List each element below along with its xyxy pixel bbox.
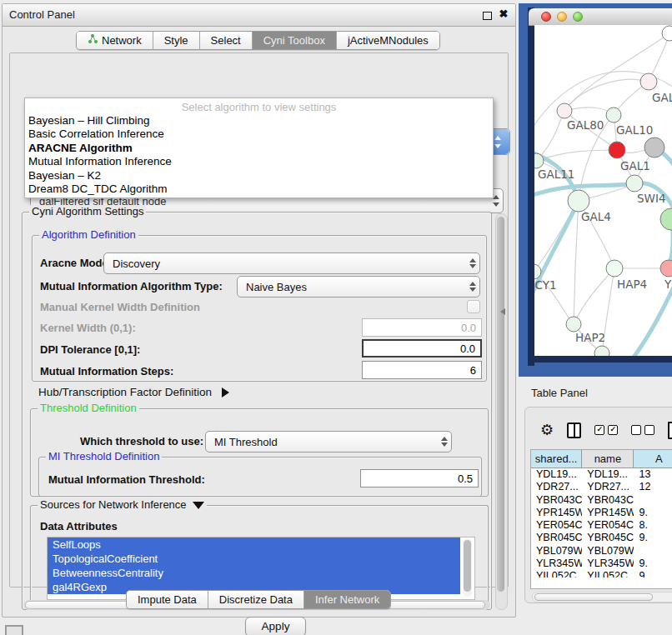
tab-select[interactable]: Select (200, 32, 253, 49)
control-panel-titlebar[interactable]: Control Panel ✖ (3, 4, 515, 27)
page-icon[interactable] (668, 422, 672, 439)
network-node[interactable] (594, 346, 609, 356)
apply-button[interactable]: Apply (245, 617, 306, 635)
network-node-gal10[interactable] (606, 108, 621, 122)
table-cell (634, 494, 672, 507)
close-icon[interactable]: ✖ (499, 9, 509, 19)
network-node-hap2[interactable] (566, 317, 581, 332)
attribute-item[interactable]: SelfLoops (48, 538, 460, 552)
table-panel-title: Table Panel (531, 387, 588, 399)
table-cell: YLR345W (582, 558, 634, 570)
network-node-y[interactable] (660, 260, 672, 277)
node-label: HAP2 (575, 331, 605, 344)
manual-kernel-width-checkbox[interactable] (467, 300, 480, 313)
combo-stepper-icon (466, 277, 479, 297)
attribute-item[interactable]: BetweennessCentrality (48, 566, 460, 580)
network-frame-shadow (528, 8, 534, 366)
network-node[interactable] (644, 138, 664, 158)
table-row[interactable]: YBR045CYBR045C9. (531, 532, 672, 544)
table-row[interactable]: YBL079WYBL079W (531, 545, 672, 558)
table-cell: YPR145W (531, 507, 582, 519)
network-node-gal1[interactable] (609, 142, 625, 158)
algorithm-option[interactable]: Mutual Information Inference (25, 155, 493, 168)
mi-algorithm-type-combo[interactable]: Naive Bayes (237, 276, 480, 298)
which-threshold-combo[interactable]: MI Threshold (205, 431, 452, 452)
network-edge (574, 268, 614, 324)
sources-legend[interactable]: Sources for Network Inference (38, 498, 207, 511)
settings-legend: Cyni Algorithm Settings (29, 205, 146, 218)
network-edge (536, 111, 564, 161)
table-cell: 8. (634, 519, 672, 532)
table-row[interactable]: YER054CYER054C8. (531, 519, 672, 532)
panel-title: Control Panel (9, 8, 75, 21)
network-node-gal80[interactable] (557, 103, 572, 118)
data-attributes-label: Data Attributes (40, 520, 118, 532)
close-traffic-light-icon[interactable] (541, 12, 551, 22)
tab-impute-data[interactable]: Impute Data (127, 591, 208, 608)
algorithm-option[interactable]: Basic Correlation Inference (25, 128, 493, 141)
tab-style[interactable]: Style (153, 32, 200, 49)
tab-network[interactable]: Network (77, 32, 153, 49)
minimized-panel-icon[interactable] (5, 625, 23, 635)
kernel-width-input[interactable] (362, 318, 482, 337)
network-node[interactable] (660, 208, 672, 230)
network-node-swi4[interactable] (626, 175, 643, 192)
mi-steps-input[interactable] (362, 361, 482, 379)
algorithm-option[interactable]: Bayesian – Hill Climbing (25, 114, 493, 128)
table-row[interactable]: YIL052CYIL052C9 (531, 570, 672, 578)
settings-vertical-scrollbar[interactable] (495, 213, 508, 610)
algorithm-definition-legend: Algorithm Definition (39, 228, 138, 241)
network-window-titlebar[interactable] (529, 8, 672, 26)
column-header[interactable]: name (582, 450, 634, 468)
aracne-mode-combo[interactable]: Discovery (103, 252, 480, 274)
network-node[interactable] (662, 26, 672, 41)
node-label: GAL80 (567, 118, 604, 132)
table-cell: YBL079W (531, 545, 582, 558)
zoom-traffic-light-icon[interactable] (573, 12, 583, 22)
table-cell: 9. (634, 507, 672, 519)
table-cell: 13 (634, 468, 672, 481)
minimize-traffic-light-icon[interactable] (557, 12, 567, 22)
deselect-all-icon[interactable] (631, 425, 654, 435)
algorithm-option[interactable]: ARACNE Algorithm (25, 142, 493, 155)
table-cell: YBR045C (531, 532, 582, 544)
splitter-collapse-icon[interactable] (500, 308, 505, 315)
mi-threshold-input[interactable] (360, 469, 479, 488)
network-node-hap4[interactable] (606, 260, 623, 277)
table-row[interactable]: YDR27...YDR27...12 (531, 481, 672, 493)
column-header[interactable]: A (634, 450, 672, 468)
network-node-gal4[interactable] (568, 190, 589, 212)
tab-discretize-data[interactable]: Discretize Data (208, 591, 304, 608)
algorithm-dropdown-popup: Select algorithm to view settings Bayesi… (24, 98, 494, 198)
algorithm-option[interactable]: Bayesian – K2 (25, 169, 493, 182)
tab-jactivemnodules[interactable]: jActiveMNodules (337, 32, 439, 49)
float-window-icon[interactable] (483, 12, 492, 20)
which-threshold-value: MI Threshold (206, 436, 438, 448)
tab-label: Cyni Toolbox (263, 32, 325, 49)
table-row[interactable]: YPR145WYPR145W9. (531, 507, 672, 519)
dpi-tolerance-input[interactable] (362, 339, 482, 358)
hub-definition-toggle[interactable]: Hub/Transcription Factor Definition (38, 386, 229, 398)
attribute-item[interactable]: TopologicalCoefficient (48, 552, 460, 566)
select-all-checked-icon[interactable]: ✓✓ (594, 425, 618, 435)
table-horizontal-scrollbar[interactable] (532, 592, 672, 602)
column-header[interactable]: shared... (531, 450, 582, 468)
table-row[interactable]: YBR043CYBR043C (531, 494, 672, 507)
table-row[interactable]: YDL19...YDL19...13 (531, 468, 672, 481)
table-row[interactable]: YLR345WYLR345W9. (531, 558, 672, 570)
tab-cyni-toolbox[interactable]: Cyni Toolbox (253, 32, 337, 49)
tab-infer-network[interactable]: Infer Network (304, 591, 390, 608)
attributes-scrollbar[interactable] (463, 538, 472, 597)
expand-arrow-icon (222, 388, 229, 398)
table-cell: YIL052C (531, 570, 582, 578)
split-columns-icon[interactable] (567, 422, 581, 438)
algorithm-option[interactable]: Dream8 DC_TDC Algorithm (25, 182, 493, 196)
node-label: GAL4 (581, 210, 611, 223)
gear-icon[interactable]: ⚙ (540, 422, 554, 438)
manual-kernel-width-label: Manual Kernel Width Definition (40, 301, 200, 313)
network-node-gal[interactable] (640, 73, 657, 90)
table-cell: 9 (634, 570, 672, 578)
node-label: GAL (652, 91, 672, 104)
table-cell: YIL052C (582, 570, 634, 578)
network-canvas[interactable]: GALGAL80GAL10GAL1GAL11SWI4GAL4HAP4YGCY1H… (534, 25, 672, 356)
